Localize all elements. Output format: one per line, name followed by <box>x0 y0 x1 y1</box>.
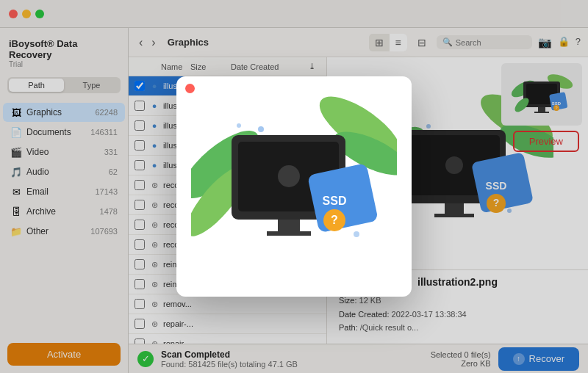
popup-close-button[interactable] <box>185 84 195 93</box>
popup-overlay: SSD ? <box>0 0 588 373</box>
svg-text:SSD: SSD <box>323 195 347 207</box>
svg-rect-34 <box>278 220 300 231</box>
svg-rect-35 <box>267 231 311 236</box>
svg-point-42 <box>354 231 359 237</box>
svg-point-41 <box>237 123 241 128</box>
svg-text:?: ? <box>331 214 338 226</box>
popup-illustration: SSD ? <box>191 91 397 282</box>
svg-point-40 <box>258 126 264 132</box>
popup-window: SSD ? <box>176 76 412 297</box>
svg-point-33 <box>278 165 300 187</box>
